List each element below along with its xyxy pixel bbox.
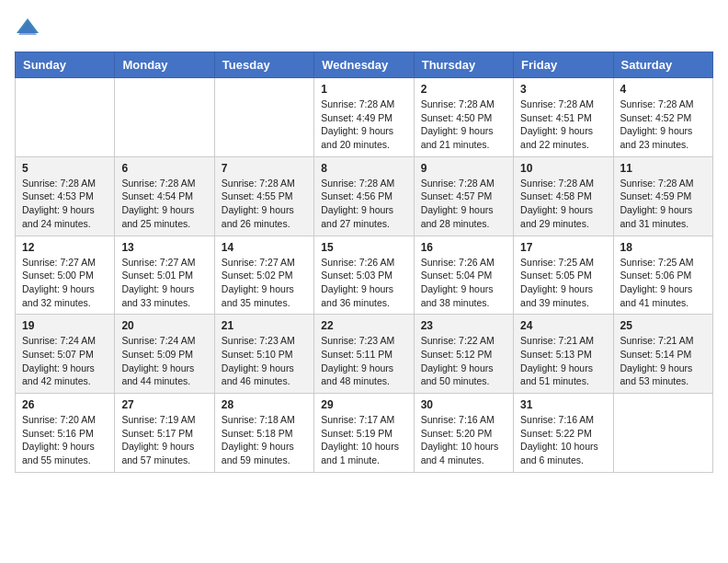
day-info: Sunrise: 7:26 AM Sunset: 5:04 PM Dayligh…	[421, 256, 506, 310]
day-number: 3	[520, 83, 606, 96]
day-number: 27	[121, 398, 207, 411]
calendar-day-cell: 8Sunrise: 7:28 AM Sunset: 4:56 PM Daylig…	[314, 156, 414, 236]
days-of-week-row: SundayMondayTuesdayWednesdayThursdayFrid…	[16, 52, 713, 78]
day-info: Sunrise: 7:24 AM Sunset: 5:09 PM Dayligh…	[121, 334, 207, 388]
day-number: 23	[421, 319, 506, 332]
calendar-day-cell: 14Sunrise: 7:27 AM Sunset: 5:02 PM Dayli…	[214, 236, 313, 315]
calendar-body: 1Sunrise: 7:28 AM Sunset: 4:49 PM Daylig…	[16, 78, 713, 473]
day-info: Sunrise: 7:16 AM Sunset: 5:20 PM Dayligh…	[421, 413, 506, 467]
calendar-day-cell: 5Sunrise: 7:28 AM Sunset: 4:53 PM Daylig…	[16, 156, 115, 236]
day-of-week-header: Friday	[514, 52, 613, 78]
day-info: Sunrise: 7:28 AM Sunset: 4:52 PM Dayligh…	[620, 98, 706, 152]
calendar-day-cell: 3Sunrise: 7:28 AM Sunset: 4:51 PM Daylig…	[514, 78, 613, 157]
day-number: 12	[22, 241, 108, 254]
day-number: 31	[520, 398, 606, 411]
day-info: Sunrise: 7:17 AM Sunset: 5:19 PM Dayligh…	[321, 413, 406, 467]
day-number: 7	[222, 162, 307, 175]
calendar-day-cell: 18Sunrise: 7:25 AM Sunset: 5:06 PM Dayli…	[613, 236, 712, 315]
day-info: Sunrise: 7:23 AM Sunset: 5:10 PM Dayligh…	[222, 334, 307, 388]
calendar-day-cell: 2Sunrise: 7:28 AM Sunset: 4:50 PM Daylig…	[414, 78, 513, 157]
day-info: Sunrise: 7:21 AM Sunset: 5:13 PM Dayligh…	[520, 334, 606, 388]
day-number: 13	[121, 241, 207, 254]
day-of-week-header: Sunday	[16, 52, 115, 78]
day-info: Sunrise: 7:28 AM Sunset: 4:51 PM Dayligh…	[520, 98, 606, 152]
calendar-day-cell: 23Sunrise: 7:22 AM Sunset: 5:12 PM Dayli…	[414, 315, 513, 394]
day-info: Sunrise: 7:21 AM Sunset: 5:14 PM Dayligh…	[620, 334, 706, 388]
day-number: 26	[22, 398, 108, 411]
day-info: Sunrise: 7:27 AM Sunset: 5:02 PM Dayligh…	[222, 256, 307, 310]
calendar-day-cell: 24Sunrise: 7:21 AM Sunset: 5:13 PM Dayli…	[514, 315, 613, 394]
calendar-week-row: 26Sunrise: 7:20 AM Sunset: 5:16 PM Dayli…	[16, 394, 713, 473]
calendar-day-cell: 27Sunrise: 7:19 AM Sunset: 5:17 PM Dayli…	[115, 394, 214, 473]
day-info: Sunrise: 7:26 AM Sunset: 5:03 PM Dayligh…	[321, 256, 406, 310]
calendar-day-cell: 4Sunrise: 7:28 AM Sunset: 4:52 PM Daylig…	[613, 78, 712, 157]
calendar-day-cell: 28Sunrise: 7:18 AM Sunset: 5:18 PM Dayli…	[214, 394, 313, 473]
day-number: 5	[22, 162, 108, 175]
calendar-day-cell	[613, 394, 712, 473]
calendar-day-cell: 29Sunrise: 7:17 AM Sunset: 5:19 PM Dayli…	[314, 394, 414, 473]
logo-icon	[15, 15, 40, 40]
day-number: 4	[620, 83, 706, 96]
calendar-day-cell: 30Sunrise: 7:16 AM Sunset: 5:20 PM Dayli…	[414, 394, 513, 473]
calendar-week-row: 12Sunrise: 7:27 AM Sunset: 5:00 PM Dayli…	[16, 236, 713, 315]
day-number: 8	[321, 162, 406, 175]
calendar-header: SundayMondayTuesdayWednesdayThursdayFrid…	[16, 52, 713, 78]
day-info: Sunrise: 7:16 AM Sunset: 5:22 PM Dayligh…	[520, 413, 606, 467]
day-info: Sunrise: 7:22 AM Sunset: 5:12 PM Dayligh…	[421, 334, 506, 388]
calendar-day-cell: 26Sunrise: 7:20 AM Sunset: 5:16 PM Dayli…	[16, 394, 115, 473]
day-number: 30	[421, 398, 506, 411]
day-info: Sunrise: 7:28 AM Sunset: 4:54 PM Dayligh…	[121, 177, 207, 231]
day-info: Sunrise: 7:24 AM Sunset: 5:07 PM Dayligh…	[22, 334, 108, 388]
day-of-week-header: Tuesday	[214, 52, 313, 78]
calendar-day-cell: 6Sunrise: 7:28 AM Sunset: 4:54 PM Daylig…	[115, 156, 214, 236]
day-number: 17	[520, 241, 606, 254]
day-info: Sunrise: 7:27 AM Sunset: 5:00 PM Dayligh…	[22, 256, 108, 310]
calendar-day-cell: 31Sunrise: 7:16 AM Sunset: 5:22 PM Dayli…	[514, 394, 613, 473]
day-info: Sunrise: 7:27 AM Sunset: 5:01 PM Dayligh…	[121, 256, 207, 310]
calendar-day-cell: 19Sunrise: 7:24 AM Sunset: 5:07 PM Dayli…	[16, 315, 115, 394]
day-info: Sunrise: 7:28 AM Sunset: 4:55 PM Dayligh…	[222, 177, 307, 231]
logo	[15, 15, 44, 40]
day-info: Sunrise: 7:28 AM Sunset: 4:53 PM Dayligh…	[22, 177, 108, 231]
day-number: 25	[620, 319, 706, 332]
day-info: Sunrise: 7:28 AM Sunset: 4:56 PM Dayligh…	[321, 177, 406, 231]
calendar-day-cell: 25Sunrise: 7:21 AM Sunset: 5:14 PM Dayli…	[613, 315, 712, 394]
day-of-week-header: Thursday	[414, 52, 513, 78]
calendar-day-cell: 11Sunrise: 7:28 AM Sunset: 4:59 PM Dayli…	[613, 156, 712, 236]
day-number: 18	[620, 241, 706, 254]
day-of-week-header: Wednesday	[314, 52, 414, 78]
day-number: 2	[421, 83, 506, 96]
calendar-day-cell: 21Sunrise: 7:23 AM Sunset: 5:10 PM Dayli…	[214, 315, 313, 394]
day-number: 9	[421, 162, 506, 175]
day-number: 28	[222, 398, 307, 411]
day-info: Sunrise: 7:25 AM Sunset: 5:05 PM Dayligh…	[520, 256, 606, 310]
day-info: Sunrise: 7:28 AM Sunset: 4:57 PM Dayligh…	[421, 177, 506, 231]
day-number: 15	[321, 241, 406, 254]
calendar-day-cell: 13Sunrise: 7:27 AM Sunset: 5:01 PM Dayli…	[115, 236, 214, 315]
day-info: Sunrise: 7:28 AM Sunset: 4:50 PM Dayligh…	[421, 98, 506, 152]
day-of-week-header: Monday	[115, 52, 214, 78]
day-number: 24	[520, 319, 606, 332]
calendar-week-row: 19Sunrise: 7:24 AM Sunset: 5:07 PM Dayli…	[16, 315, 713, 394]
calendar-day-cell: 9Sunrise: 7:28 AM Sunset: 4:57 PM Daylig…	[414, 156, 513, 236]
day-info: Sunrise: 7:28 AM Sunset: 4:58 PM Dayligh…	[520, 177, 606, 231]
calendar-day-cell: 12Sunrise: 7:27 AM Sunset: 5:00 PM Dayli…	[16, 236, 115, 315]
day-info: Sunrise: 7:18 AM Sunset: 5:18 PM Dayligh…	[222, 413, 307, 467]
calendar-table: SundayMondayTuesdayWednesdayThursdayFrid…	[15, 52, 713, 473]
day-number: 11	[620, 162, 706, 175]
day-number: 22	[321, 319, 406, 332]
day-info: Sunrise: 7:28 AM Sunset: 4:59 PM Dayligh…	[620, 177, 706, 231]
day-info: Sunrise: 7:23 AM Sunset: 5:11 PM Dayligh…	[321, 334, 406, 388]
calendar-day-cell: 1Sunrise: 7:28 AM Sunset: 4:49 PM Daylig…	[314, 78, 414, 157]
day-number: 6	[121, 162, 207, 175]
calendar-day-cell	[115, 78, 214, 157]
day-number: 29	[321, 398, 406, 411]
calendar-week-row: 5Sunrise: 7:28 AM Sunset: 4:53 PM Daylig…	[16, 156, 713, 236]
calendar-day-cell	[16, 78, 115, 157]
day-number: 16	[421, 241, 506, 254]
day-number: 1	[321, 83, 406, 96]
day-number: 14	[222, 241, 307, 254]
calendar-day-cell: 10Sunrise: 7:28 AM Sunset: 4:58 PM Dayli…	[514, 156, 613, 236]
calendar-day-cell: 17Sunrise: 7:25 AM Sunset: 5:05 PM Dayli…	[514, 236, 613, 315]
day-info: Sunrise: 7:25 AM Sunset: 5:06 PM Dayligh…	[620, 256, 706, 310]
